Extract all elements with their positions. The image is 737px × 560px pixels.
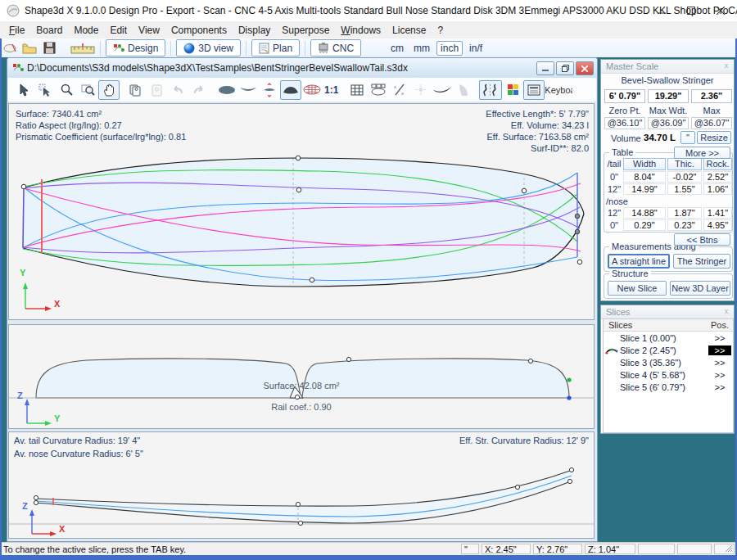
- new-board-icon[interactable]: [0, 41, 20, 56]
- table-cell[interactable]: 1.41": [703, 207, 732, 219]
- slice-row-pos[interactable]: >>: [708, 382, 731, 392]
- slice-row[interactable]: Slice 1 (0.00") >>: [604, 332, 733, 344]
- table-cell[interactable]: 14.88": [623, 207, 666, 219]
- measure-icon[interactable]: [69, 41, 97, 56]
- cnc-mode-button[interactable]: CNC: [310, 39, 361, 56]
- length-value[interactable]: 6' 0.79": [604, 89, 645, 103]
- select-arrow-icon[interactable]: [13, 80, 34, 100]
- outline-view-icon[interactable]: [216, 80, 237, 100]
- minimize-button[interactable]: [647, 0, 676, 21]
- slice-row-pos[interactable]: >>: [708, 370, 731, 380]
- table-cell[interactable]: 8.04": [623, 171, 666, 183]
- slice-row-label[interactable]: Slice 5 (6' 0.79"): [620, 382, 685, 392]
- max-wdt-pos[interactable]: @36.09": [648, 117, 689, 129]
- slice-row-pos[interactable]: >>: [708, 345, 731, 355]
- 3d-view-button[interactable]: 3D view: [176, 39, 241, 56]
- straight-line-button[interactable]: A straight line: [608, 254, 670, 269]
- close-button[interactable]: [706, 0, 735, 21]
- maximize-button[interactable]: [676, 0, 706, 21]
- panel-toggle-icon[interactable]: [523, 80, 545, 100]
- table-cell[interactable]: 0.29": [623, 219, 666, 231]
- curvature-icon[interactable]: [479, 80, 502, 100]
- thickness-col-header[interactable]: Thic. Str: [667, 158, 702, 170]
- copy-icon[interactable]: [124, 80, 146, 100]
- table-cell[interactable]: 4.95": [703, 219, 732, 231]
- scale-1-1-label[interactable]: 1:1: [323, 84, 340, 96]
- open-file-icon[interactable]: [20, 41, 39, 56]
- slice-list-icon[interactable]: [368, 80, 389, 100]
- unit-mm[interactable]: mm: [410, 42, 433, 55]
- slice-row-label[interactable]: Slice 4 (5' 5.68"): [620, 370, 685, 380]
- menu-components[interactable]: Components: [165, 23, 233, 38]
- table-cell[interactable]: 1.06": [703, 183, 732, 195]
- paste-icon[interactable]: [146, 80, 167, 100]
- resize-button[interactable]: Resize: [697, 131, 731, 144]
- rocker-col-header[interactable]: Rock. Str: [703, 158, 732, 170]
- menu-file[interactable]: File: [3, 23, 30, 38]
- unit-toggle-button[interactable]: ": [680, 131, 695, 144]
- center-lines-icon[interactable]: [410, 80, 432, 100]
- fin-icon[interactable]: [453, 80, 474, 100]
- pan-hand-icon[interactable]: [98, 80, 120, 100]
- max-thck-pos[interactable]: @36.07": [691, 117, 732, 129]
- document-title-bar[interactable]: D:\Documents\S3d models\Shape3dX\TestSam…: [7, 58, 597, 78]
- more-button[interactable]: More >>: [674, 147, 730, 159]
- slice-row-label[interactable]: Slice 3 (35.36"): [620, 358, 681, 368]
- slice-view-canvas[interactable]: [9, 325, 594, 428]
- profile-icon[interactable]: [432, 80, 453, 100]
- slice-row-label[interactable]: Slice 1 (0.00"): [620, 333, 676, 343]
- plan-mode-button[interactable]: Plan: [251, 39, 300, 56]
- table-cell[interactable]: 1.55": [667, 183, 702, 195]
- menu-help[interactable]: ?: [432, 23, 449, 38]
- design-mode-button[interactable]: Design: [106, 39, 165, 56]
- slices-panel-close-icon[interactable]: x: [721, 307, 731, 316]
- zoom-icon[interactable]: [56, 80, 77, 100]
- doc-restore-button[interactable]: [556, 61, 574, 75]
- redo-icon[interactable]: [188, 80, 210, 100]
- master-scale-header[interactable]: Master Scale x: [601, 60, 734, 74]
- table-cell[interactable]: -0.02": [667, 171, 702, 183]
- doc-close-button[interactable]: [576, 61, 594, 75]
- slice-row-pos[interactable]: >>: [708, 358, 731, 368]
- new-3d-layer-button[interactable]: New 3D Layer: [670, 281, 730, 296]
- menu-mode[interactable]: Mode: [68, 23, 104, 38]
- menu-board[interactable]: Board: [30, 23, 68, 38]
- unit-inch[interactable]: inch: [436, 41, 463, 56]
- menu-display[interactable]: Display: [233, 23, 276, 38]
- width-col-header[interactable]: Width: [623, 158, 666, 170]
- status-grip-cell[interactable]: [714, 544, 735, 554]
- zero-pt-pos[interactable]: @36.10": [604, 117, 645, 129]
- slice-row[interactable]: Slice 4 (5' 5.68") >>: [604, 369, 733, 381]
- slice-row-label[interactable]: Slice 2 (2.45"): [620, 345, 676, 355]
- menu-view[interactable]: View: [133, 23, 165, 38]
- color-design-icon[interactable]: [502, 80, 523, 100]
- table-cell[interactable]: 2.52": [703, 171, 732, 183]
- resize-grip-icon[interactable]: [725, 544, 733, 553]
- rocker-view-panel[interactable]: Z X Av. tail Curvature Radius: 19' 4" Av…: [8, 431, 595, 539]
- shaded-view-icon[interactable]: [280, 80, 301, 100]
- table-cell[interactable]: 1.87": [667, 207, 702, 219]
- guidelines-icon[interactable]: xx: [389, 80, 410, 100]
- select-points-icon[interactable]: [34, 80, 56, 100]
- table-cell[interactable]: 0.23": [667, 219, 702, 231]
- menu-edit[interactable]: Edit: [104, 23, 133, 38]
- wireframe-view-icon[interactable]: [301, 80, 323, 100]
- rocker-view-icon[interactable]: [237, 80, 259, 100]
- menu-license[interactable]: License: [387, 23, 432, 38]
- width-value[interactable]: 19.29": [648, 89, 689, 103]
- slices-panel-header[interactable]: Slices x: [601, 305, 734, 319]
- master-scale-close-icon[interactable]: x: [721, 61, 731, 70]
- menu-superpose[interactable]: Superpose: [276, 23, 335, 38]
- save-icon[interactable]: [39, 41, 59, 56]
- plan-view-panel[interactable]: Y X Surface: 7340.41 cm² Ratio Aspect (l…: [8, 103, 595, 320]
- table-cell[interactable]: 14.99": [623, 183, 666, 195]
- unit-inf[interactable]: in/f: [466, 42, 486, 55]
- menu-windows[interactable]: Windows: [335, 23, 387, 38]
- btns-button[interactable]: << Btns: [674, 233, 730, 246]
- slice-view-panel[interactable]: Z Y Surface: 42.08 cm² Rail coef.: 0.90: [8, 324, 595, 429]
- slice-row-selected[interactable]: Slice 2 (2.45") >>: [604, 345, 733, 356]
- thickness-value[interactable]: 2.36": [691, 89, 732, 103]
- doc-minimize-button[interactable]: [536, 61, 554, 75]
- slice-row-pos[interactable]: >>: [708, 333, 731, 343]
- slice-row[interactable]: Slice 5 (6' 0.79") >>: [604, 382, 733, 393]
